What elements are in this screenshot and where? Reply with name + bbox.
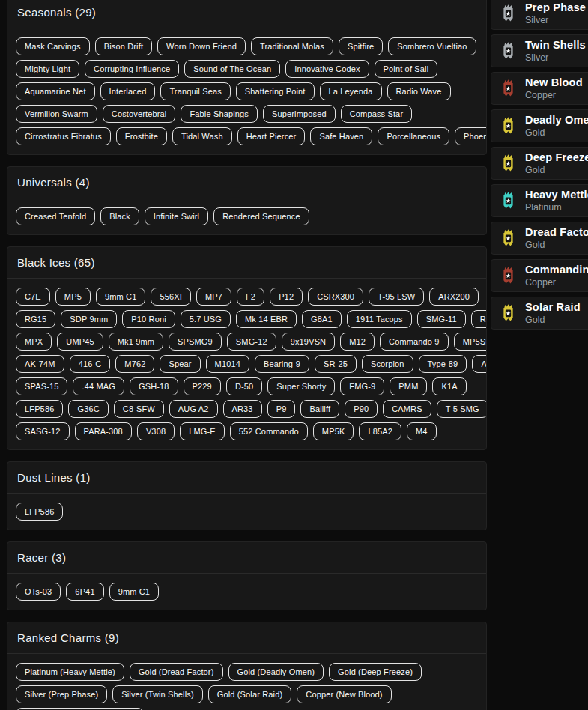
charm-list-item[interactable]: New Blood Copper [491,72,588,105]
filter-chip[interactable]: 9mm C1 [109,583,159,601]
filter-chip[interactable]: M1014 [206,355,249,373]
filter-chip[interactable]: T-5 SMG [437,400,487,418]
filter-chip[interactable]: Cirrostratus Fibratus [16,127,111,145]
filter-chip[interactable]: Superimposed [263,105,336,123]
filter-chip[interactable]: Radio Wave [387,82,451,100]
filter-chip[interactable]: L85A2 [359,422,401,440]
filter-chip[interactable]: Spear [160,355,200,373]
filter-chip[interactable]: Aquamarine Net [16,82,95,100]
filter-chip[interactable]: Scorpion [362,355,413,373]
filter-chip[interactable]: Innovative Codex [285,60,369,78]
filter-chip[interactable]: Infinite Swirl [145,207,208,225]
filter-chip[interactable]: Silver (Prep Phase) [16,685,107,703]
filter-chip[interactable]: ARX200 [429,288,479,306]
filter-chip[interactable]: Mighty Light [16,60,79,78]
filter-chip[interactable]: MPX [16,333,52,351]
filter-chip[interactable]: MP5K [313,422,354,440]
filter-chip[interactable]: M4 [407,422,437,440]
filter-chip[interactable]: SMG-12 [227,333,276,351]
filter-chip[interactable]: P90 [345,400,378,418]
filter-chip[interactable]: CSRX300 [308,288,363,306]
filter-chip[interactable]: Fable Shapings [181,105,258,123]
filter-chip[interactable]: Copper (New Blood) [297,685,391,703]
charm-list-item[interactable]: Prep Phase Silver [491,0,588,30]
filter-chip[interactable]: 9mm C1 [96,288,145,306]
filter-chip[interactable]: UMP45 [57,333,103,351]
filter-chip[interactable]: P9 [267,400,296,418]
filter-chip[interactable]: RG15 [16,310,55,328]
filter-chip[interactable]: Platinum (Heavy Mettle) [16,663,124,681]
filter-chip[interactable]: P12 [270,288,303,306]
filter-chip[interactable]: Interlaced [100,82,156,100]
filter-chip[interactable]: Porcellaneous [378,127,449,145]
filter-chip[interactable]: LFP586 [16,400,63,418]
filter-chip[interactable]: CAMRS [383,400,431,418]
filter-chip[interactable]: Sound of The Ocean [184,60,280,78]
filter-chip[interactable]: 1911 Tacops [347,310,412,328]
filter-chip[interactable]: P229 [184,377,221,395]
filter-chip[interactable]: SDP 9mm [61,310,117,328]
filter-chip[interactable]: 556XI [151,288,191,306]
filter-chip[interactable]: V308 [137,422,175,440]
filter-chip[interactable]: Tidal Wash [172,127,232,145]
filter-chip[interactable]: GSH-18 [130,377,178,395]
filter-chip[interactable]: OTs-03 [16,583,61,601]
filter-chip[interactable]: Mask Carvings [16,37,90,55]
filter-chip[interactable]: Silver (Twin Shells) [112,685,203,703]
charm-list-item[interactable]: Heavy Mettle Platinum [491,184,588,217]
filter-chip[interactable]: SMG-11 [417,310,466,328]
filter-chip[interactable]: R4C [471,310,487,328]
filter-chip[interactable]: AK-74M [16,355,64,373]
filter-chip[interactable]: G8A1 [302,310,342,328]
filter-chip[interactable]: LFP586 [16,503,63,521]
filter-chip[interactable]: MP5 [55,288,91,306]
filter-chip[interactable]: Frostbite [116,127,167,145]
filter-chip[interactable]: MP7 [196,288,231,306]
filter-chip[interactable]: 9x19VSN [282,333,336,351]
filter-chip[interactable]: Creased Tenfold [16,207,95,225]
filter-chip[interactable]: 5.7 USG [181,310,231,328]
filter-chip[interactable]: K1A [432,377,466,395]
filter-chip[interactable]: Gold (Solar Raid) [208,685,292,703]
filter-chip[interactable]: AK12 [472,355,487,373]
filter-chip[interactable]: AR33 [223,400,262,418]
filter-chip[interactable]: Heart Piercer [237,127,306,145]
filter-chip[interactable]: Mk 14 EBR [236,310,297,328]
filter-chip[interactable]: FMG-9 [340,377,384,395]
filter-chip[interactable]: MP5SD [454,333,487,351]
filter-chip[interactable]: M762 [115,355,154,373]
filter-chip[interactable]: Rendered Sequence [213,207,309,225]
filter-chip[interactable]: Gold (Deep Freeze) [329,663,422,681]
filter-chip[interactable]: Bearing-9 [255,355,309,373]
charm-list-item[interactable]: Twin Shells Silver [491,34,588,67]
filter-chip[interactable]: PMM [390,377,427,395]
filter-chip[interactable]: Traditional Molas [251,37,333,55]
filter-chip[interactable]: Phoenix [455,127,487,145]
filter-chip[interactable]: D-50 [226,377,262,395]
filter-chip[interactable]: Mk1 9mm [109,333,163,351]
filter-chip[interactable]: PARA-308 [75,422,132,440]
filter-chip[interactable]: Bison Drift [95,37,152,55]
filter-chip[interactable]: 6P41 [66,583,103,601]
filter-chip[interactable]: M12 [340,333,375,351]
filter-chip[interactable]: SASG-12 [16,422,70,440]
charm-list-item[interactable]: Deep Freeze Gold [491,147,588,180]
filter-chip[interactable]: Costovertebral [103,105,176,123]
filter-chip[interactable]: 416-C [70,355,111,373]
filter-chip[interactable]: Corrupting Influence [85,60,179,78]
filter-chip[interactable]: Compass Star [341,105,413,123]
filter-chip[interactable]: F2 [237,288,264,306]
filter-chip[interactable]: La Leyenda [320,82,382,100]
filter-chip[interactable]: .44 MAG [73,377,124,395]
filter-chip[interactable]: SR-25 [315,355,357,373]
filter-chip[interactable]: Super Shorty [267,377,335,395]
charm-list-item[interactable]: Solar Raid Gold [491,297,588,330]
filter-chip[interactable]: Commando 9 [380,333,449,351]
filter-chip[interactable]: Type-89 [419,355,467,373]
filter-chip[interactable]: Tranquil Seas [160,82,230,100]
charm-list-item[interactable]: Deadly Omen Gold [491,109,588,142]
filter-chip[interactable]: Shattering Point [236,82,315,100]
filter-chip[interactable]: Black [100,207,139,225]
filter-chip[interactable]: Sombrero Vueltiao [388,37,476,55]
filter-chip[interactable]: C7E [16,288,50,306]
